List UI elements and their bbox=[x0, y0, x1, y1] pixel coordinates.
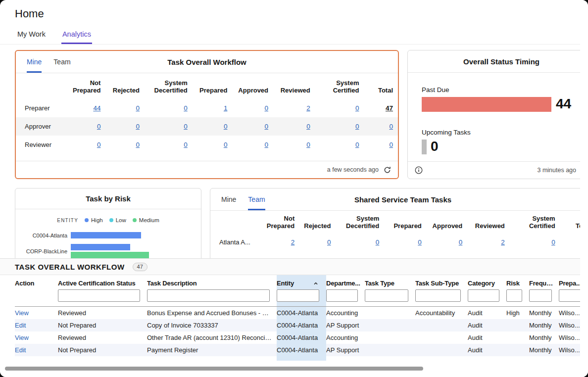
col-reviewed: Reviewed bbox=[273, 76, 315, 99]
cell-risk: High bbox=[506, 307, 529, 320]
col-risk[interactable]: Risk bbox=[506, 275, 529, 289]
cell-entity: C0004-Atlanta bbox=[277, 307, 326, 320]
filter-risk[interactable] bbox=[506, 289, 522, 302]
tab-my-work[interactable]: My Work bbox=[16, 28, 47, 44]
action-link[interactable]: View bbox=[15, 309, 29, 317]
workflow-summary-table: Not Prepared Rejected System Decertified… bbox=[16, 76, 398, 154]
tab-analytics[interactable]: Analytics bbox=[61, 28, 92, 44]
legend-item-low[interactable]: Low bbox=[109, 217, 126, 223]
total-link[interactable]: 0 bbox=[389, 141, 393, 148]
filter-active-certification-status[interactable] bbox=[58, 289, 140, 302]
count-link[interactable]: 1 bbox=[224, 104, 228, 112]
legend-label: Medium bbox=[139, 217, 159, 223]
count-link[interactable]: 0 bbox=[265, 123, 269, 130]
count-link[interactable]: 0 bbox=[97, 141, 101, 148]
subtab-team[interactable]: Team bbox=[53, 51, 70, 73]
total-link[interactable]: 0 bbox=[389, 123, 393, 130]
col-active-certification-status[interactable]: Active Certification Status bbox=[58, 275, 147, 289]
col-category[interactable]: Category bbox=[468, 275, 506, 289]
cell-description: Copy of Invoice 7033337 bbox=[147, 319, 277, 331]
cell-category: Audit bbox=[468, 344, 506, 356]
horizontal-scrollbar[interactable] bbox=[5, 367, 423, 371]
count-link[interactable]: 0 bbox=[376, 238, 380, 246]
count-link[interactable]: 0 bbox=[184, 104, 188, 112]
cell-status: Not Prepared bbox=[58, 344, 147, 356]
workflow-row-approver: Approver 0 0 0 0 0 0 0 0 bbox=[16, 117, 398, 136]
workflow-row-reviewer: Reviewer 0 0 0 0 0 0 0 0 bbox=[16, 136, 398, 154]
category-label: CORP-BlackLine bbox=[15, 248, 71, 254]
filter-task-sub-type[interactable] bbox=[415, 289, 461, 302]
count-link[interactable]: 0 bbox=[355, 123, 359, 130]
filter-task-description[interactable] bbox=[147, 289, 270, 302]
count-link[interactable]: 0 bbox=[97, 123, 101, 130]
filter-department[interactable] bbox=[326, 289, 358, 302]
col-task-description[interactable]: Task Description bbox=[147, 275, 277, 289]
medium-risk-bar[interactable] bbox=[71, 252, 149, 258]
col-entity-label: Entity bbox=[277, 280, 294, 287]
col-frequency[interactable]: Freque... bbox=[529, 275, 559, 289]
count-link[interactable]: 0 bbox=[459, 238, 463, 246]
count-link[interactable]: 44 bbox=[93, 104, 100, 112]
count-link[interactable]: 0 bbox=[355, 104, 359, 112]
filter-entity[interactable] bbox=[277, 289, 319, 302]
count-link[interactable]: 0 bbox=[265, 141, 269, 148]
count-link[interactable]: 0 bbox=[551, 238, 555, 246]
action-link[interactable]: Edit bbox=[15, 322, 26, 329]
count-link[interactable]: 2 bbox=[291, 238, 295, 246]
count-link[interactable]: 0 bbox=[136, 123, 140, 130]
cell-frequency: Monthly bbox=[529, 307, 559, 320]
col-action[interactable]: Action bbox=[15, 275, 58, 289]
col-spacer bbox=[210, 212, 257, 235]
grid-row: Edit Not Prepared Copy of Invoice 703333… bbox=[15, 319, 588, 331]
col-task-type[interactable]: Task Type bbox=[365, 275, 415, 289]
count-link[interactable]: 0 bbox=[224, 123, 228, 130]
count-link[interactable]: 0 bbox=[265, 104, 269, 112]
count-link[interactable]: 0 bbox=[355, 141, 359, 148]
legend-label: Low bbox=[116, 217, 126, 223]
count-link[interactable]: 0 bbox=[327, 238, 331, 246]
filter-frequency[interactable] bbox=[529, 289, 552, 302]
bar-group-atlanta: C0004-Atlanta bbox=[15, 232, 201, 238]
col-not-prepared: Not Prepared bbox=[62, 76, 106, 99]
count-link[interactable]: 0 bbox=[184, 123, 188, 130]
count-link[interactable]: 0 bbox=[418, 238, 422, 246]
count-link[interactable]: 0 bbox=[306, 141, 310, 148]
count-link[interactable]: 0 bbox=[136, 141, 140, 148]
filter-category[interactable] bbox=[468, 289, 499, 302]
legend-item-medium[interactable]: Medium bbox=[133, 217, 159, 223]
info-icon[interactable] bbox=[415, 166, 423, 174]
past-due-bar[interactable] bbox=[422, 97, 551, 112]
cell-category: Audit bbox=[468, 319, 506, 331]
category-label: C0004-Atlanta bbox=[15, 233, 71, 238]
legend-label: High bbox=[91, 217, 103, 223]
col-department[interactable]: Departme... bbox=[326, 275, 365, 289]
filter-task-type[interactable] bbox=[365, 289, 408, 302]
col-task-sub-type[interactable]: Task Sub-Type bbox=[415, 275, 468, 289]
cell-category: Audit bbox=[468, 331, 506, 344]
count-link[interactable]: 2 bbox=[501, 238, 505, 246]
count-link[interactable]: 0 bbox=[136, 104, 140, 112]
record-count-badge: 47 bbox=[133, 263, 147, 271]
high-risk-bar[interactable] bbox=[71, 232, 141, 238]
high-risk-bar[interactable] bbox=[71, 244, 130, 250]
refresh-icon[interactable] bbox=[384, 166, 391, 174]
action-link[interactable]: Edit bbox=[15, 346, 26, 354]
shared-service-table: Not Prepared Rejected System Decertified… bbox=[210, 212, 588, 250]
count-link[interactable]: 0 bbox=[224, 141, 228, 148]
subtab-team[interactable]: Team bbox=[248, 188, 265, 210]
subtab-mine[interactable]: Mine bbox=[221, 188, 236, 210]
panel-title: Overall Status Timing bbox=[408, 50, 588, 72]
total-link[interactable]: 47 bbox=[386, 104, 393, 112]
count-link[interactable]: 0 bbox=[306, 123, 310, 130]
grid-section-title: TASK OVERALL WORKFLOW bbox=[15, 263, 125, 271]
col-entity[interactable]: Entity bbox=[277, 275, 326, 289]
count-link[interactable]: 2 bbox=[306, 104, 310, 112]
action-link[interactable]: View bbox=[15, 334, 29, 341]
subtab-mine[interactable]: Mine bbox=[27, 51, 42, 73]
legend-item-high[interactable]: High bbox=[85, 217, 103, 223]
scrollbar-gutter bbox=[580, 0, 588, 377]
cell-task-type bbox=[365, 307, 415, 320]
cell-task-sub-type bbox=[415, 344, 468, 356]
count-link[interactable]: 0 bbox=[184, 141, 188, 148]
upcoming-tasks-bar[interactable] bbox=[422, 140, 427, 154]
